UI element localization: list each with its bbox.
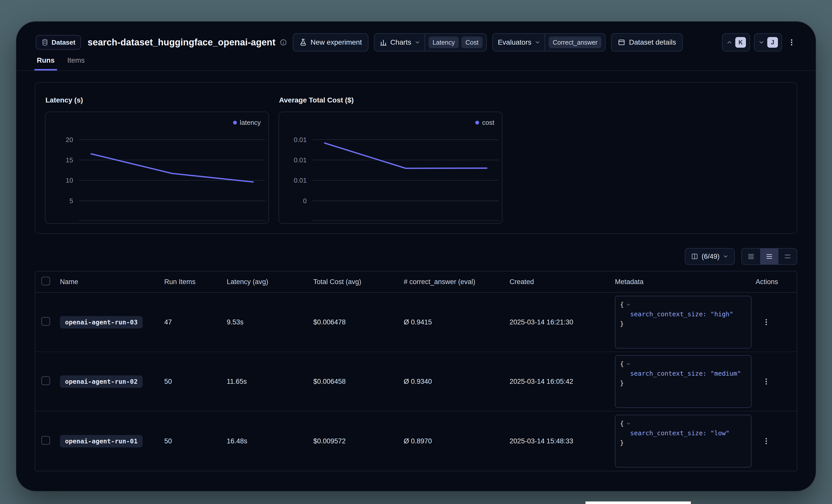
- chevron-down-icon[interactable]: [626, 421, 631, 426]
- metadata-close-brace: }: [620, 438, 747, 448]
- run-items-cell: 47: [164, 318, 227, 326]
- row-checkbox[interactable]: [42, 317, 50, 326]
- metadata-open-brace: {: [620, 359, 624, 369]
- keycap-j: J: [767, 37, 778, 48]
- metadata-open-brace: {: [620, 300, 624, 309]
- row-actions-button[interactable]: [760, 316, 772, 328]
- runs-table: Name Run Items Latency (avg) Total Cost …: [35, 271, 797, 471]
- select-all-checkbox[interactable]: [42, 277, 50, 285]
- keycap-k: K: [735, 37, 746, 48]
- background-window-strip: [586, 501, 691, 504]
- info-icon[interactable]: [280, 38, 287, 46]
- chevron-down-icon: [758, 39, 765, 46]
- column-selector-button[interactable]: (6/49): [685, 248, 735, 265]
- latency-chart-plot: 2015105: [46, 112, 268, 223]
- chevron-up-icon: [726, 39, 733, 46]
- column-header-name: Name: [60, 278, 164, 286]
- dataset-details-button[interactable]: Dataset details: [611, 33, 682, 52]
- chart-chip-latency[interactable]: Latency: [428, 36, 459, 48]
- column-header-metadata: Metadata: [615, 278, 756, 286]
- charts-dropdown-button[interactable]: Charts: [374, 34, 424, 51]
- metadata-close-brace: }: [620, 379, 747, 388]
- row-height-toggle: [742, 248, 797, 265]
- legend-label: cost: [482, 119, 494, 127]
- dataset-details-label: Dataset details: [629, 38, 676, 47]
- row-checkbox[interactable]: [42, 376, 50, 385]
- chevron-down-icon: [535, 39, 541, 46]
- metadata-close-brace: }: [620, 319, 747, 329]
- svg-text:0.01: 0.01: [294, 176, 307, 184]
- row-checkbox[interactable]: [42, 436, 50, 445]
- svg-text:0: 0: [303, 197, 307, 205]
- chart-chip-cost[interactable]: Cost: [461, 36, 483, 48]
- chevron-down-icon[interactable]: [626, 302, 631, 307]
- row-actions-button[interactable]: [760, 375, 772, 388]
- column-header-total-cost: Total Cost (avg): [313, 278, 404, 286]
- latency-chart-section: Latency (s) 2015105 latency: [45, 96, 269, 218]
- svg-text:5: 5: [69, 197, 73, 205]
- run-items-cell: 50: [164, 437, 227, 445]
- evaluators-dropdown-label: Evaluators: [498, 38, 531, 47]
- row-height-medium-button[interactable]: [760, 249, 778, 264]
- created-cell: 2025-03-14 16:05:42: [510, 378, 615, 386]
- column-header-correct-answer: # correct_answer (eval): [404, 278, 510, 286]
- metadata-content: search_context_size: "high": [620, 309, 747, 319]
- flask-icon: [299, 38, 307, 46]
- row-height-tall-button[interactable]: [778, 249, 797, 264]
- header-menu-button[interactable]: [786, 33, 797, 52]
- cost-chart-section: Average Total Cost ($) 0.010.010.010 cos…: [279, 96, 502, 218]
- total-cost-cell: $0.006478: [313, 318, 404, 326]
- prev-item-button[interactable]: K: [722, 33, 750, 52]
- table-row: openai-agent-run-01 50 16.48s $0.009572 …: [35, 412, 797, 471]
- latency-cell: 9.53s: [227, 318, 313, 326]
- metadata-content: search_context_size: "medium": [620, 369, 747, 379]
- tab-items[interactable]: Items: [67, 56, 84, 71]
- cost-chart: 0.010.010.010 cost: [279, 112, 502, 224]
- cost-chart-title: Average Total Cost ($): [279, 96, 502, 105]
- svg-text:20: 20: [66, 136, 73, 144]
- header-nav-group: K J: [722, 33, 797, 52]
- columns-icon: [691, 253, 698, 260]
- page-title: search-dataset_huggingface_openai-agent: [87, 37, 276, 48]
- metadata-content: search_context_size: "low": [620, 428, 747, 438]
- row-height-compact-button[interactable]: [742, 249, 760, 264]
- svg-text:10: 10: [66, 176, 73, 184]
- total-cost-cell: $0.009572: [313, 437, 404, 445]
- svg-text:15: 15: [66, 156, 73, 164]
- run-name-badge[interactable]: openai-agent-run-01: [60, 435, 143, 447]
- panel-icon: [618, 38, 625, 46]
- tab-runs[interactable]: Runs: [37, 56, 55, 71]
- new-experiment-button[interactable]: New experiment: [293, 33, 368, 52]
- metadata-box[interactable]: { search_context_size: "medium" }: [615, 355, 752, 408]
- latency-chart: 2015105 latency: [45, 112, 269, 224]
- created-cell: 2025-03-14 15:48:33: [510, 437, 615, 445]
- app-window: Dataset search-dataset_huggingface_opena…: [16, 21, 816, 491]
- cost-chart-plot: 0.010.010.010: [279, 112, 502, 223]
- evaluator-chip-correct-answer[interactable]: Correct_answer: [549, 36, 601, 48]
- run-items-cell: 50: [164, 378, 227, 386]
- column-header-run-items: Run Items: [164, 278, 227, 286]
- row-actions-button[interactable]: [760, 435, 772, 447]
- next-item-button[interactable]: J: [754, 33, 782, 52]
- metadata-box[interactable]: { search_context_size: "high" }: [615, 296, 752, 348]
- charts-panel: Latency (s) 2015105 latency Average Tota…: [35, 82, 797, 234]
- column-header-actions: Actions: [756, 278, 797, 286]
- svg-text:0.01: 0.01: [294, 156, 307, 164]
- svg-text:0.01: 0.01: [294, 136, 307, 144]
- tab-bar: Runs Items: [17, 56, 815, 71]
- metadata-box[interactable]: { search_context_size: "low" }: [615, 415, 752, 468]
- run-name-badge[interactable]: openai-agent-run-02: [60, 375, 143, 388]
- chevron-down-icon[interactable]: [626, 361, 631, 366]
- evaluators-dropdown-button[interactable]: Evaluators: [493, 34, 545, 51]
- legend-dot: [475, 121, 479, 124]
- charts-dropdown-label: Charts: [390, 38, 411, 47]
- run-name-badge[interactable]: openai-agent-run-03: [60, 316, 143, 329]
- latency-legend: latency: [233, 119, 261, 127]
- correct-answer-cell: Ø 0.8970: [404, 437, 510, 445]
- latency-cell: 16.48s: [227, 437, 313, 445]
- bar-chart-icon: [380, 38, 387, 46]
- column-header-latency: Latency (avg): [227, 278, 313, 286]
- dataset-type-badge: Dataset: [36, 35, 81, 50]
- chevron-down-icon: [723, 253, 729, 259]
- evaluators-control: Evaluators Correct_answer: [492, 33, 606, 52]
